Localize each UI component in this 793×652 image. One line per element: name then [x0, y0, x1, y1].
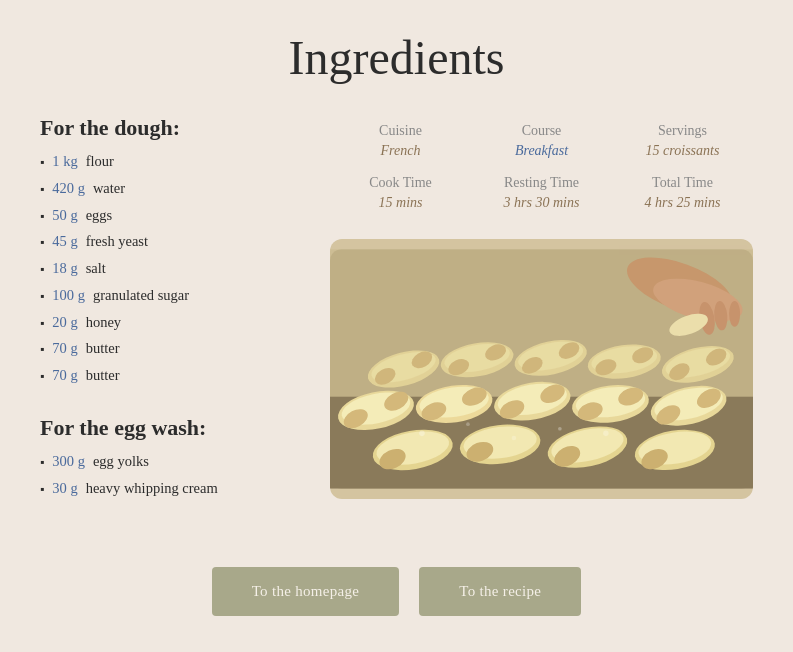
total-time-label: Total Time [616, 175, 749, 191]
qty: 100 g [52, 285, 85, 307]
page-title: Ingredients [40, 30, 753, 85]
servings-value: 15 croissants [616, 143, 749, 159]
cook-time-cell: Cook Time 15 mins [330, 167, 471, 219]
svg-point-63 [512, 436, 517, 441]
list-item: 420 g water [40, 178, 300, 200]
croissant-illustration [330, 239, 753, 499]
list-item: 300 g egg yolks [40, 451, 300, 473]
qty: 20 g [52, 312, 77, 334]
course-label: Course [475, 123, 608, 139]
qty: 18 g [52, 258, 77, 280]
cuisine-value: French [334, 143, 467, 159]
list-item: 18 g salt [40, 258, 300, 280]
meta-grid: Cuisine French Course Breakfast Servings… [330, 115, 753, 219]
recipe-button[interactable]: To the recipe [419, 567, 581, 616]
page-wrapper: Ingredients For the dough: 1 kg flour 42… [0, 0, 793, 652]
qty: 420 g [52, 178, 85, 200]
recipe-info-column: Cuisine French Course Breakfast Servings… [330, 115, 753, 499]
list-item: 100 g granulated sugar [40, 285, 300, 307]
svg-point-64 [558, 427, 562, 431]
list-item: 20 g honey [40, 312, 300, 334]
svg-point-59 [729, 301, 740, 327]
list-item: 70 g butter [40, 338, 300, 360]
servings-label: Servings [616, 123, 749, 139]
svg-point-62 [466, 422, 470, 426]
ingredients-column: For the dough: 1 kg flour 420 g water 50… [40, 115, 300, 527]
qty: 50 g [52, 205, 77, 227]
button-row: To the homepage To the recipe [40, 567, 753, 616]
qty: 45 g [52, 231, 77, 253]
dough-list: 1 kg flour 420 g water 50 g eggs 45 g fr… [40, 151, 300, 387]
cuisine-label: Cuisine [334, 123, 467, 139]
dough-heading: For the dough: [40, 115, 300, 141]
cuisine-cell: Cuisine French [330, 115, 471, 167]
main-content: For the dough: 1 kg flour 420 g water 50… [40, 115, 753, 527]
resting-time-label: Resting Time [475, 175, 608, 191]
recipe-image [330, 239, 753, 499]
list-item: 1 kg flour [40, 151, 300, 173]
total-time-value: 4 hrs 25 mins [616, 195, 749, 211]
qty: 300 g [52, 451, 85, 473]
svg-point-61 [419, 431, 425, 437]
resting-time-value: 3 hrs 30 mins [475, 195, 608, 211]
qty: 30 g [52, 478, 77, 500]
resting-time-cell: Resting Time 3 hrs 30 mins [471, 167, 612, 219]
egg-wash-heading: For the egg wash: [40, 415, 300, 441]
course-cell: Course Breakfast [471, 115, 612, 167]
list-item: 70 g butter [40, 365, 300, 387]
svg-point-65 [603, 431, 609, 437]
list-item: 45 g fresh yeast [40, 231, 300, 253]
egg-wash-list: 300 g egg yolks 30 g heavy whipping crea… [40, 451, 300, 500]
cook-time-value: 15 mins [334, 195, 467, 211]
qty: 1 kg [52, 151, 77, 173]
homepage-button[interactable]: To the homepage [212, 567, 400, 616]
qty: 70 g [52, 365, 77, 387]
qty: 70 g [52, 338, 77, 360]
course-value: Breakfast [475, 143, 608, 159]
cook-time-label: Cook Time [334, 175, 467, 191]
list-item: 30 g heavy whipping cream [40, 478, 300, 500]
servings-cell: Servings 15 croissants [612, 115, 753, 167]
total-time-cell: Total Time 4 hrs 25 mins [612, 167, 753, 219]
list-item: 50 g eggs [40, 205, 300, 227]
